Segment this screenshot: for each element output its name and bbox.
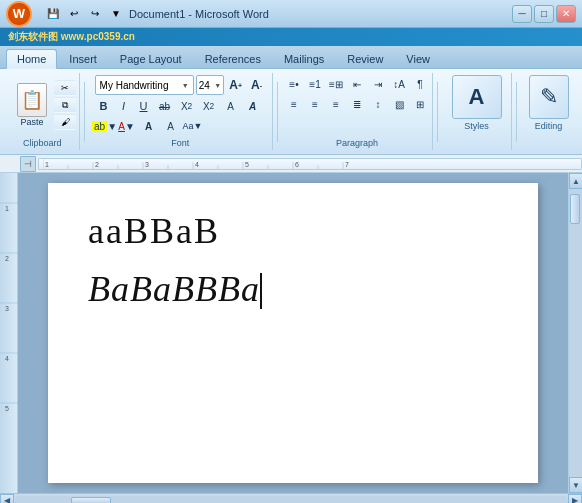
- svg-text:5: 5: [245, 161, 249, 168]
- cut-button[interactable]: ✂: [54, 80, 76, 96]
- document-scroll-area[interactable]: aaBBaB BaBaBBBa: [18, 173, 568, 493]
- qa-dropdown[interactable]: ▼: [107, 6, 125, 22]
- document-line-1: aaBBaB: [88, 203, 498, 261]
- editing-group: ✎ Editing: [521, 73, 576, 150]
- paste-button[interactable]: Paste: [12, 80, 52, 130]
- svg-text:7: 7: [345, 161, 349, 168]
- text-effects-button[interactable]: A: [243, 97, 263, 115]
- save-quick-btn[interactable]: 💾: [44, 6, 62, 22]
- scroll-left-button[interactable]: ◀: [0, 494, 14, 504]
- bold-button[interactable]: B: [95, 97, 113, 115]
- scroll-up-button[interactable]: ▲: [569, 173, 582, 189]
- text-size-shrink-button[interactable]: A: [161, 117, 181, 135]
- styles-label: Styles: [464, 121, 489, 131]
- clipboard-small-buttons: ✂ ⧉ 🖌: [54, 80, 76, 130]
- office-button[interactable]: W: [6, 1, 32, 27]
- font-row-3: ab▼ A▼ A A Aa▼: [95, 117, 266, 135]
- tab-mailings[interactable]: Mailings: [273, 49, 335, 68]
- svg-rect-20: [0, 173, 18, 493]
- styles-button[interactable]: A: [452, 75, 502, 119]
- svg-text:4: 4: [5, 355, 9, 362]
- scroll-track[interactable]: [569, 189, 582, 477]
- document-area: 1 2 3 4 5 aaBBaB BaBaBBBa ▲ ▼: [0, 173, 582, 493]
- superscript-button[interactable]: X2: [199, 97, 219, 115]
- subscript-button[interactable]: X2: [177, 97, 197, 115]
- clear-format-button[interactable]: A: [221, 97, 241, 115]
- increase-font-button[interactable]: A+: [226, 76, 245, 94]
- scroll-right-button[interactable]: ▶: [568, 494, 582, 504]
- align-center-button[interactable]: ≡: [305, 95, 325, 113]
- tab-insert[interactable]: Insert: [58, 49, 108, 68]
- tab-references[interactable]: References: [194, 49, 272, 68]
- title-controls: ─ □ ✕: [512, 5, 576, 23]
- font-name-dropdown[interactable]: My Handwriting ▼: [95, 75, 194, 95]
- close-button[interactable]: ✕: [556, 5, 576, 23]
- underline-button[interactable]: U: [135, 97, 153, 115]
- watermark-text: 剑东软件图 www.pc0359.cn: [8, 30, 135, 44]
- clipboard-group: Paste ✂ ⧉ 🖌 Clipboard: [6, 73, 80, 150]
- clipboard-label: Clipboard: [23, 135, 62, 148]
- tab-home[interactable]: Home: [6, 49, 57, 69]
- tab-view[interactable]: View: [395, 49, 441, 68]
- numbering-button[interactable]: ≡1: [305, 75, 325, 93]
- decrease-indent-button[interactable]: ⇤: [347, 75, 367, 93]
- scroll-thumb[interactable]: [570, 194, 580, 224]
- highlight-button[interactable]: ab▼: [95, 117, 115, 135]
- editing-button[interactable]: ✎: [529, 75, 569, 119]
- align-left-button[interactable]: ≡: [284, 95, 304, 113]
- svg-text:2: 2: [95, 161, 99, 168]
- decrease-font-button[interactable]: A-: [247, 76, 266, 94]
- h-scroll-track[interactable]: [16, 496, 566, 504]
- ruler-corner[interactable]: ⊣: [20, 156, 36, 172]
- text-size-grow-button[interactable]: A: [139, 117, 159, 135]
- quick-access-toolbar: 💾 ↩ ↪ ▼: [44, 6, 125, 22]
- increase-indent-button[interactable]: ⇥: [368, 75, 388, 93]
- font-name-arrow: ▼: [182, 82, 189, 89]
- font-row-2: B I U ab X2 X2 A A: [95, 97, 266, 115]
- shading-button[interactable]: ▧: [389, 95, 409, 113]
- scroll-down-button[interactable]: ▼: [569, 477, 582, 493]
- format-painter-button[interactable]: 🖌: [54, 114, 76, 130]
- title-bar: W 💾 ↩ ↪ ▼ Document1 - Microsoft Word ─ □…: [0, 0, 582, 28]
- title-bar-left: W 💾 ↩ ↪ ▼ Document1 - Microsoft Word: [6, 1, 269, 27]
- redo-quick-btn[interactable]: ↪: [86, 6, 104, 22]
- restore-button[interactable]: □: [534, 5, 554, 23]
- show-hide-button[interactable]: ¶: [410, 75, 430, 93]
- tab-page-layout[interactable]: Page Layout: [109, 49, 193, 68]
- clipboard-content: Paste ✂ ⧉ 🖌: [12, 75, 73, 135]
- document-page[interactable]: aaBBaB BaBaBBBa: [48, 183, 538, 483]
- sort-button[interactable]: ↕A: [389, 75, 409, 93]
- svg-text:6: 6: [295, 161, 299, 168]
- font-color-button[interactable]: A▼: [117, 117, 137, 135]
- align-right-button[interactable]: ≡: [326, 95, 346, 113]
- font-row-1: My Handwriting ▼ 24 ▼ A+ A-: [95, 75, 266, 95]
- italic-button[interactable]: I: [115, 97, 133, 115]
- multilevel-list-button[interactable]: ≡⊞: [326, 75, 346, 93]
- copy-button[interactable]: ⧉: [54, 97, 76, 113]
- tab-review[interactable]: Review: [336, 49, 394, 68]
- document-line-2: BaBaBBBa: [88, 261, 498, 319]
- document-line-2-text: BaBaBBBa: [88, 269, 260, 309]
- ribbon: Home Insert Page Layout References Maili…: [0, 46, 582, 155]
- vertical-ruler: 1 2 3 4 5: [0, 173, 18, 493]
- horizontal-ruler: 1 2 3 4 5 6 7: [38, 158, 582, 170]
- sep-4: [516, 82, 517, 142]
- editing-label: Editing: [535, 121, 563, 131]
- justify-button[interactable]: ≣: [347, 95, 367, 113]
- undo-quick-btn[interactable]: ↩: [65, 6, 83, 22]
- font-size-dropdown[interactable]: 24 ▼: [196, 75, 225, 95]
- window-title: Document1 - Microsoft Word: [129, 8, 269, 20]
- watermark-banner: 剑东软件图 www.pc0359.cn: [0, 28, 582, 46]
- line-spacing-button[interactable]: ↕: [368, 95, 388, 113]
- bullets-button[interactable]: ≡•: [284, 75, 304, 93]
- para-row-2: ≡ ≡ ≡ ≣ ↕ ▧ ⊞: [284, 95, 430, 113]
- borders-button[interactable]: ⊞: [410, 95, 430, 113]
- strikethrough-button[interactable]: ab: [155, 97, 175, 115]
- document-content[interactable]: aaBBaB BaBaBBBa: [88, 203, 498, 318]
- change-case-button[interactable]: Aa▼: [183, 117, 203, 135]
- h-scroll-thumb[interactable]: [71, 497, 111, 504]
- font-size-value: 24: [199, 80, 210, 91]
- ribbon-content: Paste ✂ ⧉ 🖌 Clipboard My Handwriting ▼: [0, 68, 582, 154]
- minimize-button[interactable]: ─: [512, 5, 532, 23]
- paste-icon: [17, 83, 47, 117]
